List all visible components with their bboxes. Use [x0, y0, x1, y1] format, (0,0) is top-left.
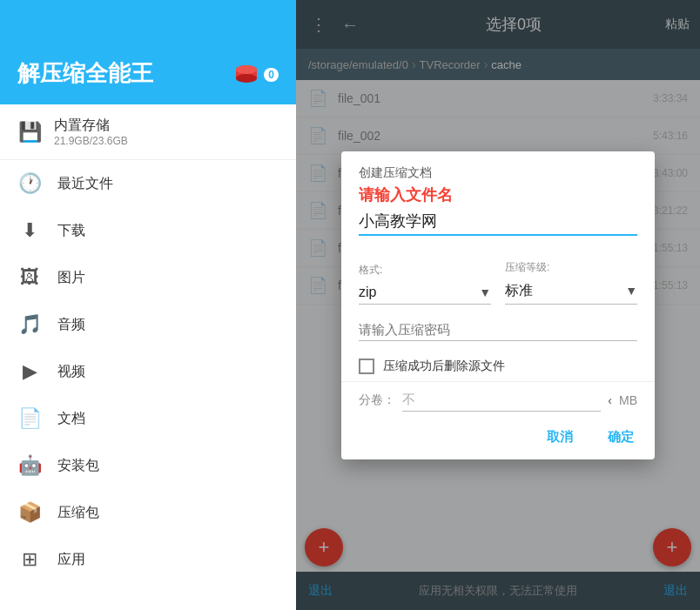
filename-input[interactable] [359, 209, 637, 236]
format-label: 格式: [359, 263, 491, 278]
dialog-header: 创建压缩文档 请输入文件名 [341, 151, 655, 253]
nav-label-apk: 安装包 [57, 457, 99, 475]
dialog-overlay: 创建压缩文档 请输入文件名 格式: zip ▼ 压缩等级: 标准 ▼ [296, 0, 700, 610]
svg-point-3 [236, 65, 257, 74]
nav-label-archive: 压缩包 [57, 504, 99, 522]
recent-icon: 🕐 [17, 172, 42, 195]
sidebar-item-docs[interactable]: 📄 文档 [0, 395, 296, 442]
storage-size: 21.9GB/23.6GB [54, 135, 128, 147]
nav-label-download: 下载 [57, 222, 85, 240]
sidebar-item-video[interactable]: ▶ 视频 [0, 348, 296, 395]
dialog-filename-label: 请输入文件名 [359, 184, 637, 205]
level-label: 压缩等级: [505, 260, 637, 275]
docs-icon: 📄 [17, 407, 42, 430]
cancel-button[interactable]: 取消 [540, 426, 580, 449]
volume-label: 分卷： [359, 392, 395, 408]
sidebar-icon-area: 0 [232, 61, 279, 89]
apps-icon: ⊞ [17, 548, 42, 571]
apk-icon: 🤖 [17, 454, 42, 477]
format-value: zip [359, 285, 475, 300]
svg-point-2 [236, 74, 257, 83]
storage-name: 内置存储 [54, 117, 128, 135]
nav-label-audio: 音频 [57, 316, 85, 334]
app-title: 解压缩全能王 [17, 58, 153, 89]
storage-item[interactable]: 💾 内置存储 21.9GB/23.6GB [0, 104, 296, 160]
dialog-header-title: 创建压缩文档 [359, 165, 637, 181]
download-icon: ⬇ [17, 219, 42, 242]
format-arrow-icon: ▼ [479, 285, 491, 299]
sidebar: 解压缩全能王 0 💾 内置存储 21.9GB/23.6GB 🕐 最近文件 ⬇ 下… [0, 0, 296, 610]
volume-arrow-icon[interactable]: ‹ [608, 393, 612, 407]
audio-icon: 🎵 [17, 313, 42, 336]
level-select[interactable]: 标准 ▼ [505, 278, 637, 305]
nav-label-images: 图片 [57, 269, 85, 287]
nav-label-apps: 应用 [57, 551, 85, 569]
sidebar-item-apk[interactable]: 🤖 安装包 [0, 442, 296, 489]
badge-count: 0 [264, 68, 279, 82]
sidebar-item-recent[interactable]: 🕐 最近文件 [0, 160, 296, 207]
format-select[interactable]: zip ▼ [359, 281, 491, 305]
volume-input[interactable] [402, 389, 601, 412]
sidebar-header: 解压缩全能王 0 [0, 0, 296, 104]
volume-unit: MB [619, 393, 637, 407]
dialog-volume-row: 分卷： ‹ MB [341, 381, 655, 419]
dialog-format-row: 格式: zip ▼ 压缩等级: 标准 ▼ [341, 253, 655, 312]
sidebar-item-download[interactable]: ⬇ 下载 [0, 207, 296, 254]
sidebar-item-apps[interactable]: ⊞ 应用 [0, 536, 296, 583]
sidebar-item-audio[interactable]: 🎵 音频 [0, 301, 296, 348]
checkbox-label: 压缩成功后删除源文件 [383, 359, 505, 374]
nav-label-docs: 文档 [57, 410, 85, 428]
level-field: 压缩等级: 标准 ▼ [505, 260, 637, 305]
level-value: 标准 [505, 282, 622, 300]
sidebar-item-archive[interactable]: 📦 压缩包 [0, 489, 296, 536]
dialog-password-row [341, 312, 655, 352]
confirm-button[interactable]: 确定 [601, 426, 641, 449]
format-field: 格式: zip ▼ [359, 263, 491, 305]
db-icon [232, 61, 260, 89]
sidebar-item-images[interactable]: 🖼 图片 [0, 254, 296, 301]
nav-label-video: 视频 [57, 363, 85, 381]
main-content: ⋮ ← 选择0项 粘贴 /storage/emulated/0 › TVReco… [296, 0, 700, 610]
archive-icon: 📦 [17, 501, 42, 524]
create-archive-dialog: 创建压缩文档 请输入文件名 格式: zip ▼ 压缩等级: 标准 ▼ [341, 151, 655, 459]
level-arrow-icon: ▼ [625, 284, 637, 298]
dialog-actions: 取消 确定 [341, 419, 655, 459]
password-input[interactable] [359, 318, 637, 341]
storage-icon: 💾 [17, 121, 42, 144]
video-icon: ▶ [17, 360, 42, 383]
delete-source-checkbox[interactable] [359, 359, 374, 374]
images-icon: 🖼 [17, 266, 42, 289]
dialog-checkbox-row: 压缩成功后删除源文件 [341, 352, 655, 381]
nav-label-recent: 最近文件 [57, 175, 113, 193]
